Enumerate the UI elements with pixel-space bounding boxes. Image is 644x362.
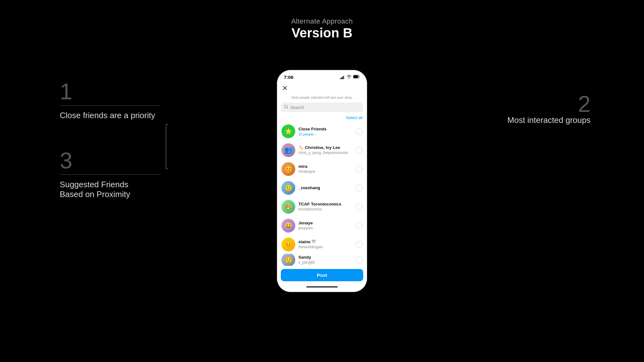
item-sub-elaine: theworldtogain: [298, 245, 353, 250]
avatar-jenaye: 😄: [281, 219, 295, 233]
item-info-elaine: elaine ♡ theworldtogain: [298, 239, 353, 250]
radio-jenaye[interactable]: [356, 222, 363, 229]
home-bar: [306, 286, 338, 288]
right-annotation-2: 2 Most interacted groups: [508, 93, 591, 125]
item-info-zoe: _zoezhang: [298, 185, 353, 191]
radio-zoe[interactable]: [356, 184, 363, 191]
annotation-text-3b: Based on Proximity: [60, 189, 160, 199]
app-header: ✕: [277, 82, 367, 94]
list-item-christine[interactable]: 👥 🏷️ Christine, Ivy Lee chris_y_pang, th…: [277, 141, 367, 160]
status-icons: [340, 75, 360, 80]
item-name-sandy: Sandy: [298, 255, 353, 260]
list-item-jenaye[interactable]: 😄 Jenaye jenayem: [277, 216, 367, 235]
annotation-text-1: Close friends are a priority: [60, 111, 160, 120]
left-annotation-3: 3 Suggested Friends Based on Proximity: [60, 149, 160, 199]
post-button-container: Post: [277, 266, 367, 284]
avatar-mira: 😊: [281, 162, 295, 176]
item-info-christine: 🏷️ Christine, Ivy Lee chris_y_pang, thep…: [298, 145, 353, 156]
item-sub-mira: mirahayre: [298, 169, 353, 174]
left-annotation-1: 1 Close friends are a priority: [60, 80, 160, 120]
list-item-zoe[interactable]: 🙂 _zoezhang: [277, 178, 367, 197]
item-info-sandy: Sandy s_pang80: [298, 255, 353, 265]
select-all-button[interactable]: Select all: [346, 115, 363, 120]
item-info-mira: mira mirahayre: [298, 164, 353, 174]
divider-3: [60, 174, 160, 175]
item-name-christine: 🏷️ Christine, Ivy Lee: [298, 145, 353, 151]
battery-icon: [353, 75, 360, 80]
list-item-mira[interactable]: 😊 mira mirahayre: [277, 160, 367, 178]
bracket-annotation: [166, 124, 168, 169]
version-subtitle: Alternate Approach: [291, 17, 353, 25]
wifi-icon: [347, 75, 352, 80]
item-info-jenaye: Jenaye jenayem: [298, 220, 353, 231]
item-info-close-friends: Close Friends 10 people ›: [298, 126, 353, 137]
search-bar[interactable]: Search: [281, 102, 363, 112]
list-item-close-friends[interactable]: ⭐ Close Friends 10 people ›: [277, 122, 367, 141]
item-sub-sandy: s_pang80: [298, 260, 353, 265]
item-name-elaine: elaine ♡: [298, 239, 353, 245]
app-content: ✕ Only people selected will see your sto…: [277, 82, 367, 266]
item-name-jenaye: Jenaye: [298, 220, 353, 226]
post-button[interactable]: Post: [281, 269, 363, 281]
signal-icon: [340, 75, 345, 79]
annotation-text-3a: Suggested Friends: [60, 180, 160, 189]
list-item-elaine[interactable]: 😊 elaine ♡ theworldtogain: [277, 235, 367, 254]
radio-christine[interactable]: [356, 147, 363, 154]
svg-line-3: [287, 108, 288, 109]
select-all-row: Select all: [277, 115, 367, 122]
version-header: Alternate Approach Version B: [291, 17, 353, 41]
annotation-number-1: 1: [60, 80, 160, 103]
phone-frame: 7:06: [277, 70, 367, 292]
radio-tcaf[interactable]: [356, 203, 363, 210]
annotation-number-2: 2: [508, 93, 591, 115]
item-sub-tcaf: torontocomics: [298, 207, 353, 212]
home-indicator: [277, 284, 367, 292]
annotation-number-3: 3: [60, 149, 160, 172]
avatar-tcaf: 🎨: [281, 200, 295, 214]
item-name-zoe: _zoezhang: [298, 185, 353, 191]
avatar-close-friends: ⭐: [281, 124, 295, 138]
search-icon: [284, 105, 288, 110]
list-item-tcaf[interactable]: 🎨 TCAF Torontocomics torontocomics: [277, 197, 367, 216]
radio-elaine[interactable]: [356, 241, 363, 248]
close-button[interactable]: ✕: [282, 85, 288, 92]
item-sub-christine: chris_y_pang, thepoisonousiv: [298, 151, 353, 156]
avatar-elaine: 😊: [281, 238, 295, 251]
search-placeholder: Search: [290, 105, 304, 110]
radio-close-friends[interactable]: [356, 128, 363, 135]
svg-rect-1: [354, 75, 358, 78]
item-name-tcaf: TCAF Torontocomics: [298, 201, 353, 207]
item-name-close-friends: Close Friends: [298, 126, 353, 132]
item-sub-close-friends: 10 people ›: [298, 132, 353, 136]
radio-sandy[interactable]: [356, 256, 363, 263]
status-time: 7:06: [284, 74, 293, 80]
avatar-zoe: 🙂: [281, 181, 295, 195]
item-sub-jenaye: jenayem: [298, 226, 353, 231]
status-bar: 7:06: [277, 70, 367, 82]
item-name-mira: mira: [298, 164, 353, 169]
avatar-christine: 👥: [281, 143, 295, 157]
version-title: Version B: [291, 25, 353, 41]
avatar-sandy: 😌: [281, 254, 295, 266]
info-text: Only people selected will see your story…: [277, 94, 367, 101]
radio-mira[interactable]: [356, 166, 363, 173]
list-item-sandy[interactable]: 😌 Sandy s_pang80: [277, 254, 367, 266]
divider-1: [60, 105, 160, 106]
item-info-tcaf: TCAF Torontocomics torontocomics: [298, 201, 353, 212]
annotation-text-2: Most interacted groups: [508, 115, 591, 125]
